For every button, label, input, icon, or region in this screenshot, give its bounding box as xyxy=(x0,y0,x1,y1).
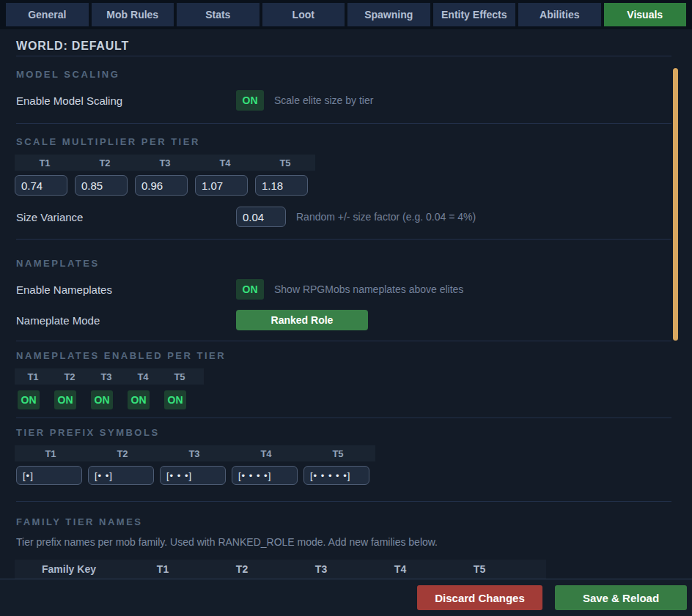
tier-col-label: T2 xyxy=(202,563,281,575)
tier-col-label: T2 xyxy=(51,371,88,382)
tier-col-label: T3 xyxy=(158,448,230,459)
tab-spawning[interactable]: Spawning xyxy=(347,3,430,26)
section-family-tier-names: FAMILY TIER NAMES xyxy=(16,516,692,527)
prefix-t1-input[interactable] xyxy=(16,466,82,485)
section-scale-multiplier: SCALE MULTIPLIER PER TIER xyxy=(16,136,692,147)
nameplate-tier-header: T1 T2 T3 T4 T5 xyxy=(15,368,204,385)
size-variance-hint: Random +/- size factor (e.g. 0.04 = 4%) xyxy=(296,211,476,223)
tab-entity-effects[interactable]: Entity Effects xyxy=(433,3,516,26)
tier-col-label: T4 xyxy=(361,563,440,575)
tier-col-label: T4 xyxy=(230,448,302,459)
tab-general[interactable]: General xyxy=(6,3,89,26)
divider xyxy=(16,501,671,502)
tier-col-label: T5 xyxy=(440,563,519,575)
tier-col-label: T2 xyxy=(75,157,135,168)
tier-col-label: T1 xyxy=(15,448,86,459)
save-reload-button[interactable]: Save & Reload xyxy=(555,585,687,610)
scale-t3-input[interactable] xyxy=(135,175,188,196)
world-title: WORLD: DEFAULT xyxy=(16,29,692,56)
discard-changes-button[interactable]: Discard Changes xyxy=(417,585,542,610)
section-tier-prefix: TIER PREFIX SYMBOLS xyxy=(16,427,692,438)
settings-panel: WORLD: DEFAULT MODEL SCALING Enable Mode… xyxy=(0,29,692,579)
family-key-col-label: Family Key xyxy=(15,563,123,575)
footer-bar: Discard Changes Save & Reload xyxy=(0,579,692,616)
tier-col-label: T5 xyxy=(255,157,315,168)
tier-col-label: T5 xyxy=(161,371,198,382)
tier-col-label: T5 xyxy=(302,448,374,459)
enable-nameplates-label: Enable Nameplates xyxy=(16,283,236,296)
nameplate-mode-button[interactable]: Ranked Role xyxy=(236,310,368,330)
tab-loot[interactable]: Loot xyxy=(262,3,345,26)
divider xyxy=(16,56,671,56)
tab-bar: General Mob Rules Stats Loot Spawning En… xyxy=(0,0,692,29)
scale-t1-input[interactable] xyxy=(15,175,67,196)
size-variance-input[interactable] xyxy=(236,207,286,227)
tier-col-label: T3 xyxy=(135,157,195,168)
prefix-t2-input[interactable] xyxy=(88,466,154,485)
prefix-t5-input[interactable] xyxy=(303,466,369,485)
enable-model-scaling-label: Enable Model Scaling xyxy=(16,94,236,107)
nameplate-t3-toggle[interactable]: ON xyxy=(91,390,113,409)
tab-visuals[interactable]: Visuals xyxy=(604,3,687,26)
model-scaling-hint: Scale elite size by tier xyxy=(274,94,373,106)
divider xyxy=(16,418,671,418)
size-variance-label: Size Variance xyxy=(16,211,236,223)
family-tier-names-description: Tier prefix names per mob family. Used w… xyxy=(16,536,692,548)
tier-col-label: T4 xyxy=(195,157,255,168)
scale-t2-input[interactable] xyxy=(75,175,128,196)
section-model-scaling: MODEL SCALING xyxy=(16,69,692,80)
nameplate-t1-toggle[interactable]: ON xyxy=(18,390,40,409)
tier-col-label: T1 xyxy=(15,371,51,382)
scale-t4-input[interactable] xyxy=(195,175,248,196)
tier-col-label: T1 xyxy=(15,157,75,168)
family-table-header: Family Key T1 T2 T3 T4 T5 xyxy=(15,560,546,579)
prefix-t4-input[interactable] xyxy=(232,466,298,485)
scrollbar-thumb[interactable] xyxy=(673,68,678,341)
tier-col-label: T4 xyxy=(125,371,161,382)
divider xyxy=(16,239,671,240)
model-scaling-toggle[interactable]: ON xyxy=(236,90,264,111)
nameplate-t4-toggle[interactable]: ON xyxy=(128,390,150,409)
tier-col-label: T2 xyxy=(86,448,158,459)
nameplates-hint: Show RPGMobs nameplates above elites xyxy=(274,283,463,295)
tab-abilities[interactable]: Abilities xyxy=(518,3,601,26)
nameplate-mode-label: Nameplate Mode xyxy=(16,314,236,327)
nameplate-t5-toggle[interactable]: ON xyxy=(164,390,186,409)
divider xyxy=(16,341,671,341)
prefix-t3-input[interactable] xyxy=(160,466,226,485)
tier-col-label: T1 xyxy=(123,563,202,575)
section-nameplates-per-tier: NAMEPLATES ENABLED PER TIER xyxy=(16,350,692,361)
tab-stats[interactable]: Stats xyxy=(177,3,260,26)
tier-col-label: T3 xyxy=(88,371,125,382)
section-nameplates: NAMEPLATES xyxy=(16,258,692,269)
tab-mob-rules[interactable]: Mob Rules xyxy=(92,3,174,26)
tier-col-label: T3 xyxy=(281,563,361,575)
divider xyxy=(16,123,671,124)
nameplates-toggle[interactable]: ON xyxy=(236,279,264,300)
scale-t5-input[interactable] xyxy=(255,175,308,196)
prefix-tier-header: T1 T2 T3 T4 T5 xyxy=(15,445,375,461)
scale-tier-header: T1 T2 T3 T4 T5 xyxy=(15,155,315,171)
nameplate-t2-toggle[interactable]: ON xyxy=(54,390,76,409)
